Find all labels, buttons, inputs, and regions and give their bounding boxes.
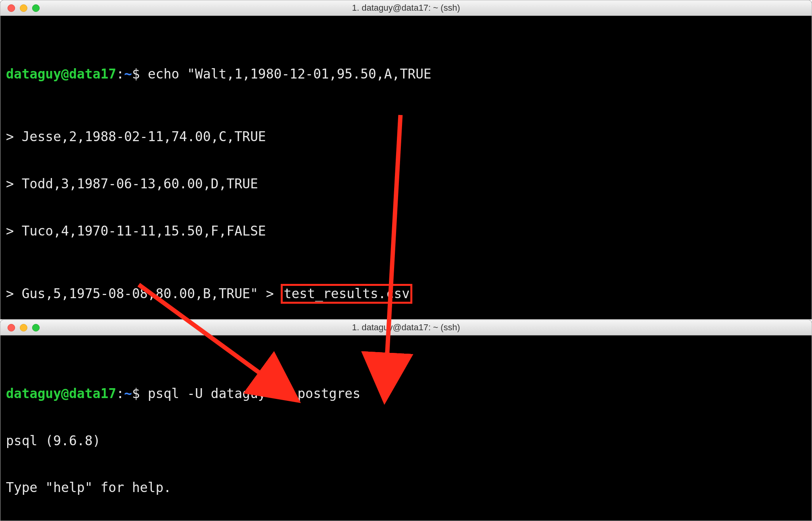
titlebar-top: 1. dataguy@data17: ~ (ssh) xyxy=(0,0,812,16)
terminal-line: dataguy@data17:~$ echo "Walt,1,1980-12-0… xyxy=(6,66,806,82)
terminal-body-bottom[interactable]: dataguy@data17:~$ psql -U dataguy -d pos… xyxy=(0,335,812,521)
terminal-window-top: 1. dataguy@data17: ~ (ssh) dataguy@data1… xyxy=(0,0,812,320)
window-title-top: 1. dataguy@data17: ~ (ssh) xyxy=(0,3,812,13)
titlebar-bottom: 1. dataguy@data17: ~ (ssh) xyxy=(0,320,812,335)
terminal-line: psql (9.6.8) xyxy=(6,433,806,449)
terminal-line: > Gus,5,1975-08-08,80.00,B,TRUE" > test_… xyxy=(6,286,806,302)
cmd-text: echo "Walt,1,1980-12-01,95.50,A,TRUE xyxy=(148,66,431,82)
screenshot-root: 1. dataguy@data17: ~ (ssh) dataguy@data1… xyxy=(0,0,812,521)
terminal-line: Type "help" for help. xyxy=(6,480,806,496)
terminal-line: > Jesse,2,1988-02-11,74.00,C,TRUE xyxy=(6,129,806,145)
highlight-filename-top: test_results.csv xyxy=(281,284,412,304)
terminal-body-top[interactable]: dataguy@data17:~$ echo "Walt,1,1980-12-0… xyxy=(0,16,812,320)
terminal-line: > Todd,3,1987-06-13,60.00,D,TRUE xyxy=(6,176,806,192)
cmd-text: psql -U dataguy -d postgres xyxy=(148,386,360,401)
window-title-bottom: 1. dataguy@data17: ~ (ssh) xyxy=(0,322,812,333)
terminal-line: > Tuco,4,1970-11-11,15.50,F,FALSE xyxy=(6,223,806,239)
terminal-line: dataguy@data17:~$ psql -U dataguy -d pos… xyxy=(6,386,806,402)
terminal-window-bottom: 1. dataguy@data17: ~ (ssh) dataguy@data1… xyxy=(0,320,812,521)
